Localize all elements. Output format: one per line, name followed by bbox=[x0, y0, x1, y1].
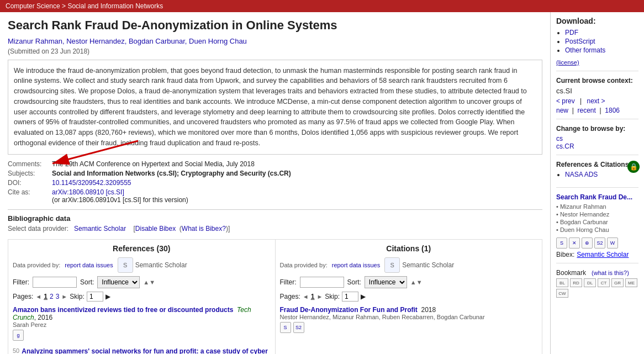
cites-report-link[interactable]: report data issues bbox=[332, 262, 380, 268]
bm-icon-7[interactable]: CW bbox=[556, 289, 568, 298]
cite-1-title[interactable]: Fraud De-Anonymization For Fun and Profi… bbox=[280, 306, 418, 314]
related-author-3: • Bogdan Carbunar bbox=[556, 219, 638, 225]
cites-sort-select[interactable]: Influence bbox=[365, 276, 407, 288]
cite-1-icons: S S2 bbox=[280, 322, 538, 333]
refs-prev-arrow[interactable]: ◄ bbox=[35, 293, 41, 300]
browse-nav-links: < prev | next > new | recent | 1806 bbox=[556, 97, 638, 114]
refs-page-1[interactable]: 1 bbox=[44, 293, 47, 300]
browse-recent-link[interactable]: recent bbox=[577, 107, 595, 114]
disable-bibex-link[interactable]: Disable Bibex bbox=[135, 225, 176, 233]
cites-next-arrow[interactable]: ► bbox=[316, 293, 323, 300]
related-icon-5[interactable]: W bbox=[607, 237, 618, 249]
references-column: References (30) Data provided by: report… bbox=[8, 239, 276, 354]
authors: Mizanur Rahman, Nestor Hernandez, Bogdan… bbox=[8, 37, 542, 45]
what-is-bibex-link[interactable]: What is Bibex? bbox=[182, 225, 226, 233]
browse-new-recent: new | recent | 1806 bbox=[556, 107, 638, 114]
data-provider-row: Select data provider: Semantic Scholar [… bbox=[8, 225, 542, 233]
bm-icon-4[interactable]: CT bbox=[598, 278, 610, 287]
cite-1-semantic-icon[interactable]: S bbox=[280, 322, 291, 333]
refs-report-link[interactable]: report data issues bbox=[65, 262, 113, 268]
current-browse-value: cs.SI bbox=[556, 87, 638, 95]
browse-prev-link[interactable]: < prev bbox=[556, 97, 575, 105]
comments-row: Comments: The 29th ACM Conference on Hyp… bbox=[8, 160, 542, 168]
browse-cs-link[interactable]: cs bbox=[556, 135, 638, 142]
cite-as-value: arXiv:1806.08910 [cs.SI] (or arXiv:1806.… bbox=[52, 188, 188, 204]
other-formats-link[interactable]: Other formats bbox=[565, 46, 605, 54]
cites-data-by-label: Data provided by: bbox=[280, 262, 328, 268]
doi-row: DOI: 10.1145/3209542.3209555 bbox=[8, 179, 542, 187]
related-paper-section: Search Rank Fraud De... • Mizanur Rahman… bbox=[556, 193, 638, 263]
related-paper-link[interactable]: Search Rank Fraud De... bbox=[556, 193, 632, 201]
download-other: Other formats bbox=[565, 46, 638, 54]
citations-title: Citations (1) bbox=[280, 244, 538, 253]
refs-page-2[interactable]: 2 bbox=[50, 293, 54, 300]
related-icon-3[interactable]: ⊕ bbox=[582, 237, 593, 249]
cite-1-year: 2018 bbox=[421, 306, 436, 314]
postscript-link[interactable]: PostScript bbox=[565, 38, 595, 45]
related-author-1: • Mizanur Rahman bbox=[556, 203, 638, 210]
bm-icon-6[interactable]: ME bbox=[625, 278, 637, 287]
submitted-date: (Submitted on 23 Jun 2018) bbox=[8, 47, 542, 55]
browse-count-link[interactable]: 1806 bbox=[605, 107, 620, 114]
cites-semantic-icon: S bbox=[384, 257, 400, 273]
refs-pages: Pages: ◄ 1 2 3 ► Skip: ▶ bbox=[13, 292, 271, 302]
browse-next-link[interactable]: next > bbox=[587, 97, 605, 105]
bm-icon-5[interactable]: GR bbox=[611, 278, 624, 287]
cite-1-authors: Nestor Hernandez, Mizanur Rahman, Ruben … bbox=[280, 314, 538, 320]
ref-item-1: Amazon bans incentivized reviews tied to… bbox=[13, 306, 271, 341]
related-authors-list: • Mizanur Rahman • Nestor Hernandez • Bo… bbox=[556, 203, 638, 233]
cite-as-link[interactable]: arXiv:1806.08910 [cs.SI] bbox=[52, 188, 124, 196]
bm-icon-3[interactable]: DL bbox=[584, 278, 596, 287]
refs-skip-arrow: ▶ bbox=[105, 293, 110, 300]
refs-next-arrow[interactable]: ► bbox=[61, 293, 67, 300]
cite-item-1: Fraud De-Anonymization For Fun and Profi… bbox=[280, 306, 538, 333]
related-icon-2[interactable]: ✕ bbox=[569, 237, 580, 249]
cites-data-provided: Data provided by: report data issues S S… bbox=[280, 257, 538, 273]
refs-semantic-logo: S Semantic Scholar bbox=[118, 257, 187, 273]
nasa-ads-link[interactable]: NASA ADS bbox=[565, 171, 598, 178]
refs-skip-input[interactable] bbox=[87, 292, 103, 302]
bibex-value-link[interactable]: Semantic Scholar bbox=[577, 251, 629, 258]
refs-sort-select[interactable]: Influence bbox=[97, 276, 140, 288]
cite-1-s2-icon[interactable]: S2 bbox=[293, 322, 304, 333]
bm-icon-2[interactable]: RD bbox=[570, 278, 582, 287]
refs-data-by-label: Data provided by: bbox=[13, 262, 60, 268]
license-label: (license) bbox=[556, 59, 638, 66]
ref-1-gscholar-icon[interactable]: g bbox=[13, 330, 24, 341]
cites-prev-arrow[interactable]: ◄ bbox=[303, 293, 309, 300]
browse-new-link[interactable]: new bbox=[556, 107, 568, 114]
refs-sort-arrows: ▲▼ bbox=[143, 279, 155, 286]
ref-2-title[interactable]: Analyzing spammers' social networks for … bbox=[22, 347, 268, 354]
subjects-text: Social and Information Networks (cs.SI);… bbox=[52, 170, 291, 177]
citations-column: Citations (1) Data provided by: report d… bbox=[276, 239, 543, 354]
cites-filter-input[interactable] bbox=[300, 277, 344, 288]
top-bar: Computer Science > Social and Informatio… bbox=[0, 0, 644, 12]
bookmark-label: Bookmark bbox=[556, 269, 586, 277]
related-icons: S ✕ ⊕ S2 W bbox=[556, 237, 638, 249]
refs-page-3[interactable]: 3 bbox=[56, 293, 60, 300]
bm-icon-1[interactable]: BL bbox=[556, 278, 568, 287]
cites-skip-label: Skip: bbox=[325, 293, 340, 300]
bibex-row: Bibex: Semantic Scholar bbox=[556, 251, 638, 258]
ref-1-title[interactable]: Amazon bans incentivized reviews tied to… bbox=[13, 306, 233, 314]
browse-cs-cr-link[interactable]: cs.CR bbox=[556, 142, 638, 150]
cites-page-1[interactable]: 1 bbox=[311, 293, 315, 300]
select-provider-label: Select data provider: bbox=[8, 225, 68, 233]
related-icon-1[interactable]: S bbox=[556, 237, 567, 249]
refs-filter-input[interactable] bbox=[33, 277, 77, 288]
license-link[interactable]: (license) bbox=[556, 59, 579, 66]
refs-data-provided: Data provided by: report data issues S S… bbox=[13, 257, 271, 273]
semantic-scholar-link[interactable]: Semantic Scholar bbox=[74, 225, 126, 233]
ref-1-icons: g bbox=[13, 330, 271, 341]
related-icon-4[interactable]: S2 bbox=[594, 237, 605, 249]
pdf-link[interactable]: PDF bbox=[565, 29, 578, 36]
ref-2-number: 50 bbox=[13, 347, 19, 354]
cites-skip-input[interactable] bbox=[342, 292, 358, 302]
refs-filter-sort: Filter: Sort: Influence ▲▼ bbox=[13, 276, 271, 288]
comments-label: Comments: bbox=[8, 160, 52, 168]
doi-link[interactable]: 10.1145/3209542.3209555 bbox=[52, 179, 131, 187]
refs-links-list: NASA ADS bbox=[556, 171, 638, 178]
cites-pages-label: Pages: bbox=[280, 293, 300, 300]
bookmark-what-link[interactable]: (what is this?) bbox=[592, 270, 629, 276]
sidebar: Download: PDF PostScript Other formats (… bbox=[550, 12, 644, 354]
